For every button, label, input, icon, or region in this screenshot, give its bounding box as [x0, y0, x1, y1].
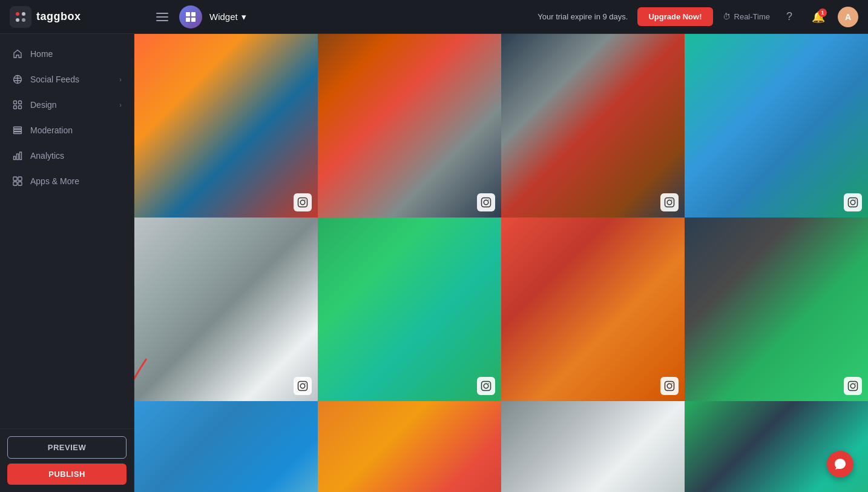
question-icon: ? [786, 10, 792, 23]
svg-point-35 [304, 383, 306, 384]
image-grid [134, 34, 868, 492]
sidebar-item-home[interactable]: Home [0, 41, 134, 67]
sidebar-item-design[interactable]: Design › [0, 92, 134, 118]
sidebar-item-analytics[interactable]: Analytics [0, 143, 134, 168]
svg-rect-42 [849, 382, 858, 391]
svg-rect-24 [482, 198, 491, 207]
svg-point-23 [304, 199, 306, 201]
svg-point-22 [300, 200, 305, 205]
svg-rect-10 [14, 127, 22, 129]
grid-item-10[interactable] [318, 401, 501, 492]
svg-rect-14 [17, 154, 19, 160]
widget-dropdown[interactable]: Widget ▾ [209, 12, 246, 22]
main-layout: Home Social Feeds › [0, 34, 868, 492]
svg-point-29 [671, 199, 672, 201]
moderation-icon [12, 125, 23, 136]
hamburger-button[interactable] [153, 9, 172, 25]
svg-point-25 [484, 200, 488, 205]
svg-rect-15 [20, 152, 22, 160]
svg-point-2 [16, 18, 19, 22]
svg-point-3 [22, 18, 25, 22]
grid-item-8[interactable] [685, 218, 868, 401]
svg-rect-17 [18, 177, 22, 181]
trial-text: Your trial expire in 9 days. [538, 12, 628, 21]
sidebar-item-moderation[interactable]: Moderation [0, 118, 134, 143]
instagram-badge-1 [294, 193, 312, 211]
grid-item-9[interactable] [134, 401, 318, 492]
instagram-badge-5 [294, 377, 312, 395]
grid-item-2[interactable] [318, 34, 501, 218]
svg-point-41 [671, 383, 672, 384]
sidebar-item-design-label: Design [30, 100, 112, 110]
grid-item-11[interactable] [501, 401, 685, 492]
svg-rect-21 [298, 198, 307, 207]
svg-rect-12 [14, 132, 22, 134]
logo-text: taggbox [36, 10, 81, 23]
svg-point-40 [667, 384, 672, 388]
upgrade-button[interactable]: Upgrade Now! [637, 7, 712, 26]
grid-item-6[interactable] [318, 218, 501, 401]
header-middle: Widget ▾ [153, 5, 528, 28]
grid-item-5[interactable] [134, 218, 318, 401]
analytics-icon [12, 150, 23, 161]
sidebar: Home Social Feeds › [0, 34, 134, 492]
grid-item-1[interactable] [134, 34, 318, 218]
publish-button[interactable]: PUBLISH [7, 464, 127, 485]
taggbox-logo-icon [10, 6, 31, 28]
design-icon [12, 99, 23, 110]
svg-rect-6 [14, 101, 17, 104]
sidebar-bottom: PREVIEW PUBLISH [0, 428, 134, 492]
svg-rect-39 [665, 382, 674, 391]
chat-widget[interactable] [827, 451, 853, 477]
instagram-badge-7 [660, 377, 679, 395]
instagram-badge-4 [844, 193, 862, 211]
sidebar-item-moderation-label: Moderation [30, 125, 122, 135]
widget-icon [179, 5, 202, 28]
realtime-label: Real-Time [734, 12, 770, 21]
grid-item-12[interactable] [685, 401, 868, 492]
grid-item-3[interactable] [501, 34, 685, 218]
notification-badge: 1 [818, 8, 827, 17]
svg-rect-11 [14, 130, 22, 131]
avatar-button[interactable]: A [838, 7, 858, 27]
sidebar-nav: Home Social Feeds › [0, 34, 134, 428]
svg-point-43 [850, 384, 855, 388]
preview-button[interactable]: PREVIEW [7, 436, 127, 459]
header: taggbox Widget ▾ Your trial expire in 9 … [0, 0, 868, 34]
sidebar-item-apps-more-label: Apps & More [30, 176, 122, 186]
apps-more-icon [12, 176, 23, 187]
instagram-badge-2 [477, 193, 495, 211]
grid-item-7[interactable] [501, 218, 685, 401]
svg-rect-19 [18, 182, 22, 185]
svg-rect-30 [849, 198, 858, 207]
svg-point-0 [16, 12, 19, 16]
svg-rect-8 [14, 106, 17, 109]
svg-rect-18 [13, 182, 17, 185]
svg-point-44 [855, 383, 856, 384]
sidebar-item-social-feeds-label: Social Feeds [30, 75, 112, 84]
social-feeds-arrow: › [119, 76, 122, 83]
sidebar-item-apps-more[interactable]: Apps & More [0, 168, 134, 194]
svg-point-1 [22, 12, 25, 16]
notification-button[interactable]: 🔔 1 [809, 7, 828, 27]
svg-rect-36 [482, 382, 491, 391]
design-arrow: › [119, 101, 122, 108]
social-feeds-icon [12, 74, 23, 85]
avatar-initial: A [845, 12, 851, 22]
realtime-button[interactable]: ⏱ Real-Time [723, 12, 770, 21]
svg-rect-7 [19, 101, 22, 104]
svg-rect-27 [665, 198, 674, 207]
instagram-badge-8 [844, 377, 862, 395]
instagram-badge-3 [660, 193, 679, 211]
widget-label: Widget [209, 12, 238, 22]
svg-rect-13 [14, 156, 16, 160]
svg-point-31 [850, 200, 855, 205]
header-right: Your trial expire in 9 days. Upgrade Now… [538, 7, 858, 27]
help-button[interactable]: ? [780, 7, 799, 27]
svg-point-34 [300, 384, 305, 388]
chevron-down-icon: ▾ [242, 12, 246, 22]
sidebar-item-social-feeds[interactable]: Social Feeds › [0, 67, 134, 92]
svg-point-28 [667, 200, 672, 205]
sidebar-item-home-label: Home [30, 49, 122, 59]
grid-item-4[interactable] [685, 34, 868, 218]
